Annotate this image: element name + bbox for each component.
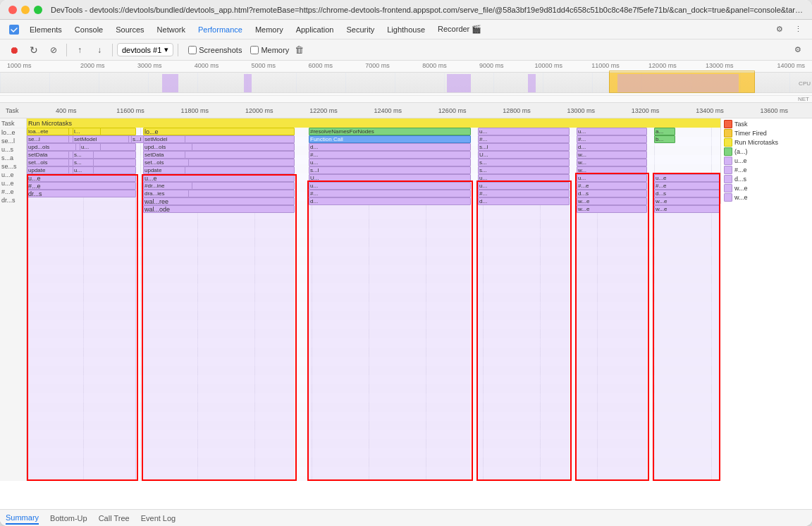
block-s3[interactable]: s... bbox=[73, 159, 94, 166]
block-setmodel[interactable]: setModel bbox=[73, 135, 129, 143]
block-update2[interactable]: update bbox=[143, 166, 185, 174]
block-function-call[interactable]: Function Call bbox=[309, 135, 471, 143]
menu-security[interactable]: Security bbox=[340, 23, 380, 36]
target-selector[interactable]: devtools #1 ▾ bbox=[117, 43, 173, 56]
refresh-record-button[interactable]: ↻ bbox=[25, 42, 42, 59]
menu-performance[interactable]: Performance bbox=[192, 23, 248, 36]
block-u-mid-tall[interactable]: u... bbox=[309, 182, 471, 190]
minimize-button[interactable] bbox=[21, 6, 30, 14]
block-resolve[interactable]: #resolveNamesForNodes bbox=[309, 128, 471, 135]
screenshots-checkbox[interactable] bbox=[188, 46, 197, 54]
tab-summary[interactable]: Summary bbox=[6, 512, 39, 525]
block-l1[interactable]: l... bbox=[73, 128, 101, 135]
menu-elements[interactable]: Elements bbox=[24, 23, 68, 36]
block-hash-mid-row[interactable]: #... bbox=[309, 151, 471, 159]
block-U-right[interactable]: U... bbox=[478, 151, 570, 159]
block-setdata2[interactable]: setData bbox=[143, 151, 185, 159]
block-d-far2[interactable]: d...s bbox=[577, 190, 647, 197]
block-hash-tall[interactable]: #... bbox=[309, 190, 471, 197]
block-U-mid[interactable]: U... bbox=[309, 174, 471, 182]
legend-hash-color bbox=[724, 166, 732, 174]
menu-sources[interactable]: Sources bbox=[110, 23, 149, 36]
trash-button[interactable]: 🗑 bbox=[292, 43, 306, 57]
block-u-far1[interactable]: u... bbox=[577, 128, 647, 135]
block-loa-ete[interactable]: loa...ete bbox=[27, 128, 69, 135]
menu-lighthouse[interactable]: Lighthouse bbox=[381, 23, 431, 36]
block-update1[interactable]: update bbox=[27, 166, 69, 174]
block-setmodel2[interactable]: setModel bbox=[143, 135, 185, 143]
block-hash-right1[interactable]: #... bbox=[478, 135, 570, 143]
block-se-l2[interactable]: se...l bbox=[27, 135, 69, 143]
block-u-right1[interactable]: u... bbox=[478, 128, 570, 135]
block-u-right2[interactable]: u... bbox=[478, 174, 570, 182]
block-u-rightmost[interactable]: u...e bbox=[654, 174, 720, 182]
menu-console[interactable]: Console bbox=[69, 23, 109, 36]
block-w1-rightmost[interactable]: w...e bbox=[654, 197, 720, 205]
block-u2[interactable]: u... bbox=[73, 166, 94, 174]
block-w-far5[interactable]: w...e bbox=[577, 205, 647, 213]
tab-event-log[interactable]: Event Log bbox=[141, 513, 176, 524]
block-walree[interactable]: wal...ree bbox=[143, 197, 295, 205]
settings-icon[interactable]: ⚙ bbox=[771, 21, 788, 38]
block-s2[interactable]: s... bbox=[73, 151, 94, 159]
block-setols2[interactable]: set...ols bbox=[143, 159, 189, 166]
menu-application[interactable]: Application bbox=[290, 23, 340, 36]
block-d-tall[interactable]: d... bbox=[309, 197, 471, 205]
menu-network[interactable]: Network bbox=[152, 23, 191, 36]
settings-panel-icon[interactable]: ⚙ bbox=[789, 42, 806, 59]
menu-memory[interactable]: Memory bbox=[250, 23, 289, 36]
close-button[interactable] bbox=[8, 6, 17, 14]
run-microtasks-bar[interactable]: Run Microtasks bbox=[27, 118, 720, 128]
block-w2-rightmost[interactable]: w...e bbox=[654, 205, 720, 213]
block-hash-right-tall[interactable]: #... bbox=[478, 190, 570, 197]
block-sl-right[interactable]: s...l bbox=[478, 143, 570, 151]
block-d-mid[interactable]: d... bbox=[309, 143, 471, 151]
block-w-far1[interactable]: w... bbox=[577, 151, 647, 159]
block-hash-rightmost[interactable]: #...e bbox=[654, 182, 720, 190]
block-updols2[interactable]: upd...ols bbox=[143, 143, 192, 151]
more-options-icon[interactable]: ⋮ bbox=[789, 21, 806, 38]
block-setdata[interactable]: setData bbox=[27, 151, 69, 159]
block-ue2-col2[interactable]: u...e bbox=[143, 174, 295, 182]
menu-recorder[interactable]: Recorder 🎬 bbox=[432, 23, 487, 36]
block-setols[interactable]: set...ols bbox=[27, 159, 69, 166]
memory-checkbox[interactable] bbox=[250, 46, 259, 54]
block-ue2[interactable]: u...e bbox=[27, 174, 136, 182]
block-a1[interactable]: a... bbox=[654, 128, 675, 135]
block-w-far3[interactable]: w... bbox=[577, 166, 647, 174]
block-s-right[interactable]: s... bbox=[478, 159, 570, 166]
block-u-far2[interactable]: u... bbox=[577, 174, 647, 182]
block-s-right2[interactable]: s... bbox=[478, 166, 570, 174]
block-updols[interactable]: upd...ols bbox=[27, 143, 76, 151]
block-d-right-tall[interactable]: d... bbox=[478, 197, 570, 205]
block-hash-far1[interactable]: #... bbox=[577, 135, 647, 143]
flame-chart[interactable]: Task lo...e se...l u...s s...a se...s u.… bbox=[0, 118, 812, 509]
block-u-right-tall1[interactable]: u... bbox=[478, 182, 570, 190]
tab-bottom-up[interactable]: Bottom-Up bbox=[50, 513, 87, 524]
block-walode[interactable]: wal...ode bbox=[143, 205, 295, 213]
block-drline[interactable]: #dr...ine bbox=[143, 182, 192, 190]
clear-button[interactable]: ⊘ bbox=[45, 42, 62, 59]
tab-call-tree[interactable]: Call Tree bbox=[99, 513, 130, 524]
record-button[interactable]: ⏺ bbox=[6, 42, 23, 59]
block-d-far[interactable]: d... bbox=[577, 143, 647, 151]
download-button[interactable]: ↓ bbox=[91, 42, 108, 59]
block-w-far2[interactable]: w... bbox=[577, 159, 647, 166]
upload-button[interactable]: ↑ bbox=[71, 42, 88, 59]
timeline-overview[interactable]: 1000 ms 2000 ms 3000 ms 4000 ms 5000 ms … bbox=[0, 61, 812, 103]
block-u1[interactable]: u... bbox=[80, 143, 101, 151]
block-sl-mid[interactable]: s...l bbox=[309, 166, 471, 174]
maximize-button[interactable] bbox=[34, 6, 42, 14]
timeline-selection-region[interactable] bbox=[609, 71, 755, 93]
svg-rect-0 bbox=[9, 25, 19, 35]
block-u-mid[interactable]: u... bbox=[309, 159, 471, 166]
block-w-far4[interactable]: w...e bbox=[577, 197, 647, 205]
devtools-menu-icon[interactable] bbox=[6, 21, 23, 38]
block-drs[interactable]: dr...s bbox=[27, 190, 136, 197]
block-b1[interactable]: b... bbox=[654, 135, 675, 143]
block-lo-col2[interactable]: lo...e bbox=[143, 128, 295, 135]
block-d-rightmost[interactable]: d...s bbox=[654, 190, 720, 197]
block-draies[interactable]: dra...ies bbox=[143, 190, 189, 197]
block-hashe[interactable]: #...e bbox=[27, 182, 136, 190]
block-hash-far2[interactable]: #...e bbox=[577, 182, 647, 190]
